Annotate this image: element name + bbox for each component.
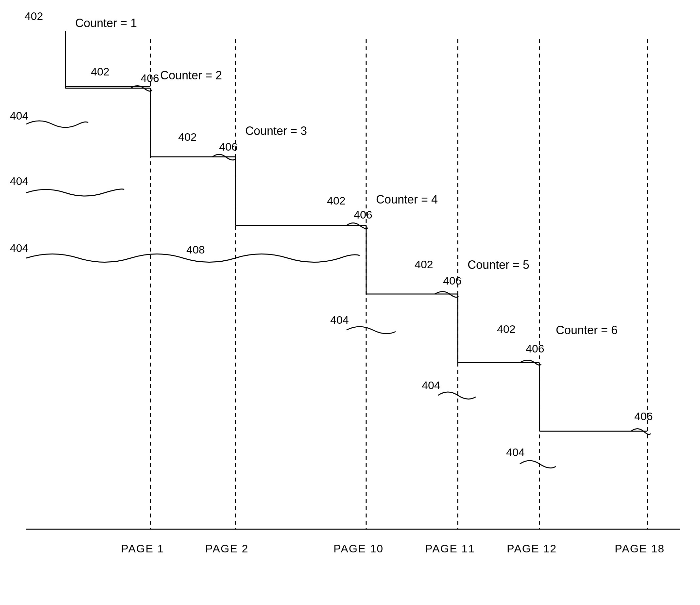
ref406-6: 406 (634, 410, 653, 423)
ref402-4: 402 (327, 194, 346, 207)
counter1-label: Counter = 1 (75, 16, 137, 30)
ref406-1: 406 (141, 72, 159, 85)
counter2-label: Counter = 2 (160, 69, 222, 82)
ref402-6: 402 (497, 323, 516, 336)
ref404-4: 404 (330, 314, 349, 326)
ref406-4: 406 (443, 274, 461, 287)
counter5-label: Counter = 5 (468, 258, 529, 272)
ref404-2: 404 (10, 175, 28, 187)
ref404-3: 404 (10, 242, 28, 255)
ref406-2: 406 (219, 140, 238, 153)
ref402-3: 402 (178, 131, 197, 143)
ref404-5: 404 (422, 379, 441, 392)
ref404-1: 404 (10, 109, 28, 122)
ref404-6: 404 (506, 446, 525, 459)
ref406-5: 406 (526, 342, 544, 355)
diagram-container: Counter = 1 Counter = 2 Counter = 3 Coun… (0, 0, 700, 605)
ref408: 408 (186, 243, 205, 256)
page18-label: PAGE 18 (615, 542, 665, 555)
page1-label: PAGE 1 (121, 542, 164, 555)
page12-label: PAGE 12 (507, 542, 557, 555)
main-svg (0, 0, 700, 605)
page10-label: PAGE 10 (333, 542, 383, 555)
page2-label: PAGE 2 (205, 542, 249, 555)
ref402-2: 402 (91, 65, 109, 78)
counter4-label: Counter = 4 (376, 193, 438, 207)
page11-label: PAGE 11 (425, 542, 475, 555)
ref406-3: 406 (354, 208, 372, 221)
ref402-5: 402 (415, 258, 433, 271)
counter6-label: Counter = 6 (556, 323, 618, 337)
ref402-1: 402 (25, 10, 43, 23)
counter3-label: Counter = 3 (245, 124, 307, 138)
